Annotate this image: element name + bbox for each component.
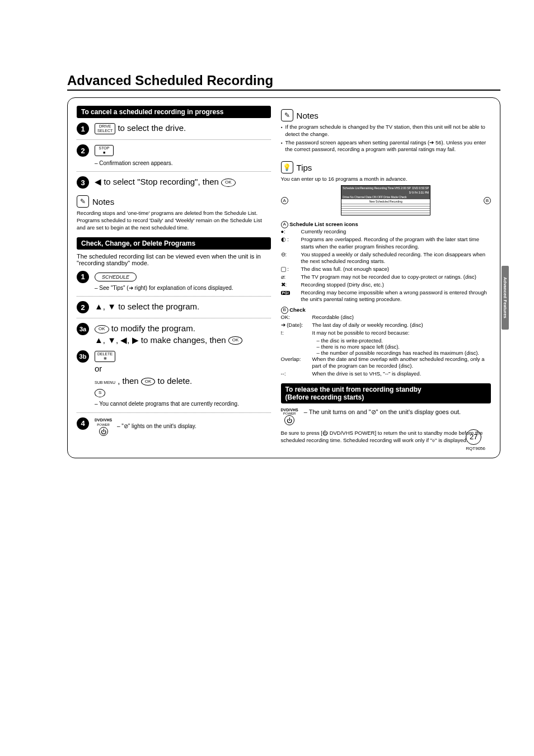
notes-heading: Notes [92,197,114,206]
letter-b: B [484,197,491,204]
right-note-1: If the program schedule is changed by th… [281,124,491,138]
icon-row-4: :The disc was full. (not enough space) [281,266,491,273]
rel-power-icon: ⏻ [284,415,294,425]
delete-button: DELETE✻ [95,351,115,361]
step-number-1: 1 [77,123,89,135]
right-notes-heading: Notes [297,111,318,120]
release-step: DVD/VHS POWER ⏻ – The unit turns on and … [281,408,491,425]
right-notes-list: If the program schedule is changed by th… [281,124,491,153]
check-change-heading: Check, Change, or Delete Programs [77,237,271,250]
cancel-heading: To cancel a scheduled recording in progr… [77,106,271,118]
notes-icon: ✎ [77,195,89,208]
stop-button: STOP■ [95,145,114,156]
page-number: 27 [466,429,481,445]
step-b1-sub: – See "Tips" (➔ right) for explanation o… [95,284,271,292]
notes-body: Recording stops and 'one-time' programs … [77,210,271,231]
rel-power-label-1: DVD/VHS [281,408,298,412]
tips-icon: 💡 [281,161,293,173]
right-column: ✎ Notes If the program schedule is chang… [281,106,491,444]
step-b2: 2 ▲, ▼ to select the program. [77,301,271,313]
icon-row-6: ✖:Recording stopped (Dirty disc, etc.) [281,281,491,289]
right-note-2: The password screen appears when setting… [281,139,491,154]
check-intro: The scheduled recording list can be view… [77,253,271,266]
step3b-then: , then [118,376,141,386]
step4-text: – "⊘" lights on the unit's display. [117,423,196,429]
step3a-text2: ▲, ▼, ◀, ▶ to make changes, then [95,335,228,345]
step-number-3: 3 [77,176,89,189]
step3b-delete-text: to delete. [158,376,193,386]
schedule-icons-heading: Schedule List screen icons [289,221,358,227]
power-icon: ⏻ [99,427,108,436]
step-b-number-3b: 3b [77,350,89,363]
content-frame: Advanced Features To cancel a scheduled … [67,97,500,458]
tips-heading: Tips [297,163,312,172]
ok-button-3: OK [228,336,243,345]
power-label-2: POWER [97,422,110,427]
icon-row-pg: PG!Recording may become impossible when … [281,289,491,304]
step-b3b: 3b DELETE✻ or SUB MENU , then OK to dele… [77,350,271,408]
check-row-1: OK:Recordable (disc) [281,314,491,321]
check-row-3: !:It may not be possible to record becau… [281,330,491,337]
check-reasons: the disc is write-protected. there is no… [311,337,491,356]
s-button: S [95,389,105,397]
b-ref: B [281,307,288,314]
tips-intro: You can enter up to 16 programs a month … [281,176,491,183]
step-1: 1 DRIVESELECT to select the drive. [77,123,271,135]
icon-row-3: ⊖:You stopped a weekly or daily schedule… [281,251,491,266]
step3b-note: – You cannot delete programs that are cu… [95,400,271,408]
submenu-label: SUB MENU [95,381,115,384]
icon-row-2: ◐ :Programs are overlapped. Recording of… [281,236,491,251]
step3-text: ◀ to select "Stop recording", then [95,177,221,186]
release-heading: To release the unit from recording stand… [281,383,491,403]
step-b-number-2: 2 [77,301,89,313]
icon-row-1: ●:Currently recording [281,228,491,236]
step-b3a: 3a OK to modify the program. ▲, ▼, ◀, ▶ … [77,323,271,346]
page-title: Advanced Scheduled Recording [67,73,500,91]
step-3: 3 ◀ to select "Stop recording", then OK [77,176,271,189]
page-number-block: 27 RQT9056 [466,429,485,451]
release-note: Be sure to press [⏻ DVD/VHS POWER] to re… [281,430,491,444]
step-number-2: 2 [77,144,89,157]
a-ref: A [281,221,288,228]
or-text: or [95,363,271,374]
page-code: RQT9056 [466,446,485,451]
left-column: To cancel a scheduled recording in progr… [77,106,271,444]
ok-button-4: OK [141,378,156,386]
step-b4: 4 DVD/VHS POWER ⏻ – "⊘" lights on the un… [77,417,271,436]
side-tab: Advanced Features [502,266,509,330]
check-heading-b: Check [289,307,306,313]
letter-a: A [281,197,288,204]
notes-icon-2: ✎ [281,109,293,121]
step3a-text1: to modify the program. [111,323,195,333]
dash-row: --:When the drive is set to VHS, "--" is… [281,370,491,378]
power-label-1: DVD/VHS [95,417,112,422]
drive-select-button: DRIVESELECT [95,123,115,134]
ok-button-1: OK [221,179,236,187]
step1-text: to select the drive. [118,123,186,133]
overlap-row: Overlap:When the date and time overlap w… [281,356,491,370]
icon-row-5: ⌀:The TV program may not be recorded due… [281,274,491,281]
step-b-number-3a: 3a [77,323,89,335]
schedule-diagram: A Schedule ListRemaining Recording TimeV… [281,183,491,218]
step-b-number-1: 1 [77,271,89,283]
check-row-2: ➔ (Date):The last day of daily or weekly… [281,322,491,329]
step-b1: 1 SCHEDULE – See "Tips" (➔ right) for ex… [77,271,271,292]
release-text: – The unit turns on and "⊘" on the unit'… [304,408,491,416]
step-2: 2 STOP■ – Confirmation screen appears. [77,144,271,167]
step2-sub: – Confirmation screen appears. [95,159,271,167]
ok-button-2: OK [95,325,109,334]
schedule-table: Schedule ListRemaining Recording TimeVHS… [341,185,430,215]
step-b2-text: ▲, ▼ to select the program. [95,301,271,312]
step-b-number-4: 4 [77,417,89,430]
schedule-button: SCHEDULE [95,273,137,281]
